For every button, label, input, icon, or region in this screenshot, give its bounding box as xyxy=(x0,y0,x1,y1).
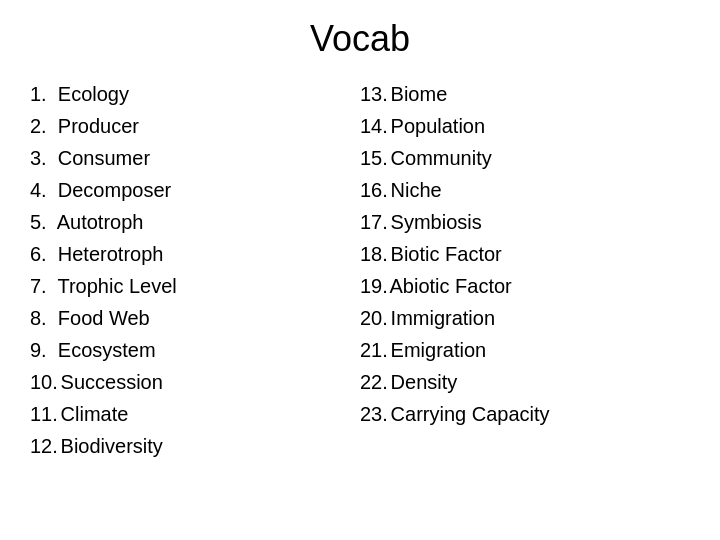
page-title: Vocab xyxy=(310,18,410,60)
list-item: 15. Community xyxy=(360,142,690,174)
vocab-columns: 1. Ecology2. Producer3. Consumer4. Decom… xyxy=(30,78,690,462)
list-item: 13. Biome xyxy=(360,78,690,110)
list-item: 14. Population xyxy=(360,110,690,142)
list-item: 21. Emigration xyxy=(360,334,690,366)
list-item: 11. Climate xyxy=(30,398,360,430)
list-item: 5. Autotroph xyxy=(30,206,360,238)
list-item: 20. Immigration xyxy=(360,302,690,334)
list-item: 9. Ecosystem xyxy=(30,334,360,366)
list-item: 17. Symbiosis xyxy=(360,206,690,238)
list-item: 10. Succession xyxy=(30,366,360,398)
list-item: 18. Biotic Factor xyxy=(360,238,690,270)
list-item: 4. Decomposer xyxy=(30,174,360,206)
list-item: 2. Producer xyxy=(30,110,360,142)
list-item: 12. Biodiversity xyxy=(30,430,360,462)
list-item: 6. Heterotroph xyxy=(30,238,360,270)
list-item: 22. Density xyxy=(360,366,690,398)
list-item: 23. Carrying Capacity xyxy=(360,398,690,430)
list-item: 8. Food Web xyxy=(30,302,360,334)
list-item: 16. Niche xyxy=(360,174,690,206)
list-item: 3. Consumer xyxy=(30,142,360,174)
left-column: 1. Ecology2. Producer3. Consumer4. Decom… xyxy=(30,78,360,462)
right-column: 13. Biome14. Population15. Community16. … xyxy=(360,78,690,462)
list-item: 19. Abiotic Factor xyxy=(360,270,690,302)
list-item: 1. Ecology xyxy=(30,78,360,110)
list-item: 7. Trophic Level xyxy=(30,270,360,302)
